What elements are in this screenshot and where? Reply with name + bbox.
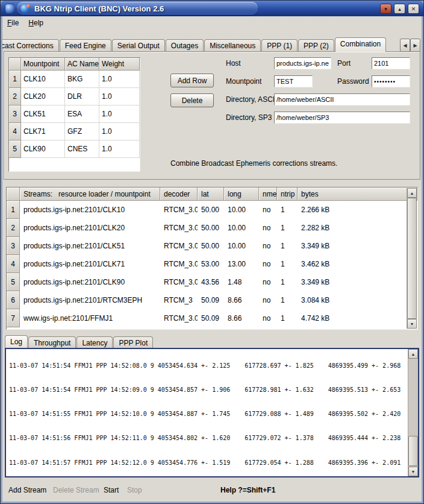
col-header-long[interactable]: long — [224, 187, 259, 201]
stream-row[interactable]: 6 products.igs-ip.net:2101/RTCM3EPH RTCM… — [7, 291, 417, 309]
tab-latency[interactable]: Latency — [76, 336, 113, 348]
cell-lat: 50.09 — [198, 309, 224, 327]
row-number: 6 — [7, 291, 20, 309]
col-header-mountpoint[interactable]: Mountpoint — [21, 58, 65, 71]
tab-broadcast-corrections[interactable]: Broadcast Corrections — [2, 39, 59, 51]
stop-button[interactable]: Stop — [127, 486, 142, 494]
cell-weight[interactable]: 1.0 — [99, 123, 140, 140]
tab-serial-output[interactable]: Serial Output — [112, 39, 165, 51]
cell-mountpoint[interactable]: CLK10 — [21, 71, 65, 88]
log-text[interactable]: 11-03-07 14:51:54 FFMJ1 PPP 14:52:08.0 9… — [9, 349, 405, 476]
tab-scroll-left-button[interactable]: ◀ — [400, 39, 410, 52]
port-input[interactable] — [372, 57, 410, 69]
password-input[interactable] — [372, 75, 410, 87]
dir-sp3-input[interactable] — [274, 112, 410, 124]
col-header-nmea[interactable]: nmea — [259, 187, 277, 201]
cell-weight[interactable]: 1.0 — [99, 88, 140, 106]
cell-ac-name[interactable]: BKG — [65, 71, 99, 88]
cell-ac-name[interactable]: GFZ — [65, 123, 99, 140]
start-button[interactable]: Start — [104, 486, 119, 494]
streams-table[interactable]: Streams: resource loader / mountpoint de… — [6, 187, 418, 330]
close-button[interactable]: ✕ — [408, 4, 419, 14]
delete-button[interactable]: Delete — [170, 93, 214, 107]
cell-ac-name[interactable]: DLR — [65, 88, 99, 106]
cell-mountpoint[interactable]: CLK71 — [21, 123, 65, 140]
stream-row[interactable]: 3 products.igs-ip.net:2101/CLK51 RTCM_3.… — [7, 237, 417, 255]
log-scrollbar[interactable]: ▲ ▼ — [408, 349, 418, 476]
add-stream-button[interactable]: Add Stream — [8, 486, 46, 494]
cell-weight[interactable]: 1.0 — [99, 106, 140, 123]
scroll-up-button[interactable]: ▲ — [408, 349, 418, 359]
scroll-up-button[interactable]: ▲ — [407, 188, 417, 198]
cell-weight[interactable]: 1.0 — [99, 140, 140, 158]
tab-ppp-plot[interactable]: PPP Plot — [113, 336, 153, 348]
stream-row[interactable]: 4 products.igs-ip.net:2101/CLK71 RTCM_3.… — [7, 255, 417, 273]
table-row[interactable]: 4 CLK71 GFZ 1.0 — [9, 123, 140, 140]
maximize-button[interactable]: ▴ — [394, 4, 405, 14]
tab-scroll-right-button[interactable]: ▶ — [410, 39, 420, 52]
dir-ascii-input[interactable] — [274, 93, 410, 106]
cell-ac-name[interactable]: ESA — [65, 106, 99, 123]
tab-ppp-2[interactable]: PPP (2) — [298, 39, 334, 51]
menu-item-help[interactable]: Help — [23, 17, 48, 29]
streams-scrollbar[interactable]: ▲ ▼ — [407, 188, 417, 329]
delete-stream-button[interactable]: Delete Stream — [53, 486, 99, 494]
port-label: Port — [337, 57, 351, 69]
scroll-down-button[interactable]: ▼ — [407, 319, 417, 329]
minimize-button[interactable]: ▾ — [380, 4, 391, 14]
tab-feed-engine[interactable]: Feed Engine — [60, 39, 111, 51]
cell-ac-name[interactable]: CNES — [65, 140, 99, 158]
tab-ppp-1[interactable]: PPP (1) — [261, 39, 298, 51]
titlebar[interactable]: BKG Ntrip Client (BNC) Version 2.6 ▾ ▴ ✕ — [1, 1, 423, 16]
col-header-decoder[interactable]: decoder — [160, 187, 198, 201]
stream-row[interactable]: 5 products.igs-ip.net:2101/CLK90 RTCM_3.… — [7, 273, 417, 291]
col-header-bytes[interactable]: bytes — [298, 187, 417, 201]
cell-mountpoint[interactable]: CLK20 — [21, 88, 65, 106]
combination-table[interactable]: Mountpoint AC Name Weight 1 CLK10 BKG 1.… — [8, 57, 140, 172]
add-row-button[interactable]: Add Row — [170, 74, 214, 87]
scroll-thumb[interactable] — [408, 436, 418, 466]
table-row[interactable]: 3 CLK51 ESA 1.0 — [9, 106, 140, 123]
col-header-lat[interactable]: lat — [198, 187, 224, 201]
combination-note: Combine Broadcast Ephemeris corrections … — [170, 159, 337, 168]
cell-mountpoint[interactable]: CLK51 — [21, 106, 65, 123]
cell-mountpoint[interactable]: CLK90 — [21, 140, 65, 158]
tab-throughput[interactable]: Throughput — [28, 336, 76, 348]
cell-long: 8.66 — [224, 309, 259, 327]
cell-lat: 50.00 — [198, 219, 224, 237]
cell-stream-name: products.igs-ip.net:2101/CLK51 — [20, 237, 160, 255]
log-panel[interactable]: 11-03-07 14:51:54 FFMJ1 PPP 14:52:08.0 9… — [5, 348, 419, 477]
window-menu-icon[interactable] — [5, 4, 14, 13]
cell-stream-name: products.igs-ip.net:2101/CLK10 — [20, 201, 160, 219]
cell-stream-name: products.igs-ip.net:2101/CLK20 — [20, 219, 160, 237]
col-header-weight[interactable]: Weight — [99, 58, 140, 71]
row-number: 1 — [9, 71, 21, 88]
menu-item-file[interactable]: File — [2, 17, 23, 29]
cell-ntrip: 1 — [277, 273, 298, 291]
log-line: 11-03-07 14:51:56 FFMJ1 PPP 14:52:11.0 9… — [9, 434, 405, 442]
mountpoint-input[interactable] — [274, 75, 313, 87]
table-row[interactable]: 5 CLK90 CNES 1.0 — [9, 140, 140, 158]
dir-ascii-label: Directory, ASCII — [226, 93, 276, 106]
table-row[interactable]: 1 CLK10 BKG 1.0 — [9, 71, 140, 88]
cell-bytes: 3.349 kB — [298, 237, 417, 255]
tab-miscellaneous[interactable]: Miscellaneous — [204, 39, 261, 51]
host-input[interactable] — [274, 57, 331, 69]
row-number: 2 — [9, 88, 21, 106]
col-header-streams[interactable]: Streams: resource loader / mountpoint — [20, 187, 160, 201]
stream-row[interactable]: 2 products.igs-ip.net:2101/CLK20 RTCM_3.… — [7, 219, 417, 237]
col-header-ac-name[interactable]: AC Name — [65, 58, 99, 71]
table-row[interactable]: 2 CLK20 DLR 1.0 — [9, 88, 140, 106]
dir-sp3-label: Directory, SP3 — [226, 112, 272, 124]
stream-row[interactable]: 1 products.igs-ip.net:2101/CLK10 RTCM_3.… — [7, 201, 417, 219]
col-header-ntrip[interactable]: ntrip — [277, 187, 298, 201]
stream-row[interactable]: 7 www.igs-ip.net:2101/FFMJ1 RTCM_3.0 50.… — [7, 309, 417, 327]
scroll-down-button[interactable]: ▼ — [408, 467, 418, 476]
tab-log[interactable]: Log — [5, 335, 28, 348]
cell-decoder: RTCM_3.0 — [160, 255, 198, 273]
tab-outages[interactable]: Outages — [166, 39, 204, 51]
cell-weight[interactable]: 1.0 — [99, 71, 140, 88]
tab-combination[interactable]: Combination — [335, 37, 386, 52]
cell-decoder: RTCM_3.0 — [160, 219, 198, 237]
scroll-thumb[interactable] — [407, 198, 417, 319]
